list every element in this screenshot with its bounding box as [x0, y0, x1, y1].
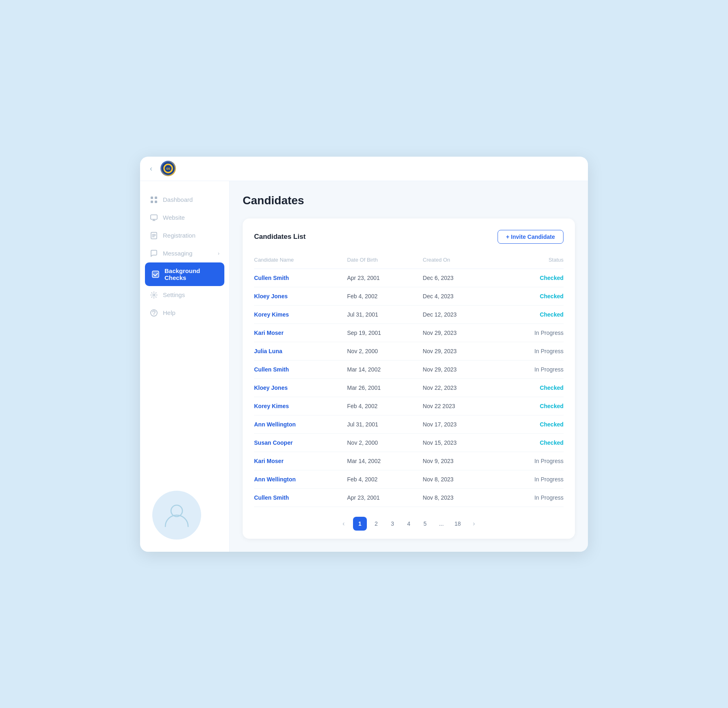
status-badge: Checked [540, 275, 564, 281]
table-row[interactable]: Kari MoserMar 14, 2002Nov 9, 2023In Prog… [254, 452, 564, 470]
status-badge: In Progress [534, 348, 564, 354]
svg-rect-6 [151, 201, 153, 203]
candidate-name[interactable]: Ann Wellington [254, 476, 296, 483]
page-4-button[interactable]: 4 [402, 517, 416, 531]
candidate-name[interactable]: Kloey Jones [254, 293, 287, 299]
candidate-name[interactable]: Julia Luna [254, 348, 282, 354]
status-badge: Checked [540, 311, 564, 318]
sidebar-item-registration[interactable]: Registration [140, 227, 229, 245]
candidate-name[interactable]: Susan Cooper [254, 439, 293, 446]
candidate-created-cell: Nov 22 2023 [423, 397, 498, 415]
candidate-name[interactable]: Kloey Jones [254, 385, 287, 391]
table-row[interactable]: Korey KimesFeb 4, 2002Nov 22 2023Checked [254, 397, 564, 415]
candidate-status-cell: Checked [498, 287, 564, 305]
table-row[interactable]: Korey KimesJul 31, 2001Dec 12, 2023Check… [254, 305, 564, 323]
status-badge: Checked [540, 403, 564, 409]
sidebar-item-dashboard-label: Dashboard [163, 196, 193, 203]
candidate-name[interactable]: Ann Wellington [254, 421, 296, 428]
svg-rect-5 [155, 197, 157, 199]
help-icon [150, 309, 158, 317]
candidate-name-cell: Korey Kimes [254, 397, 347, 415]
candidate-name-cell: Cullen Smith [254, 360, 347, 378]
pagination: ‹ 1 2 3 4 5 ... 18 › [254, 517, 564, 531]
candidate-name-cell: Korey Kimes [254, 305, 347, 323]
table-row[interactable]: Cullen SmithApr 23, 2001Dec 6, 2023Check… [254, 269, 564, 287]
checkbox-check-icon [151, 270, 160, 278]
candidate-dob-cell: Feb 4, 2002 [347, 397, 423, 415]
status-badge: Checked [540, 439, 564, 446]
sidebar-item-settings-label: Settings [163, 291, 185, 298]
sidebar-item-dashboard[interactable]: Dashboard [140, 191, 229, 209]
candidate-status-cell: In Progress [498, 470, 564, 488]
candidate-dob-cell: Feb 4, 2002 [347, 470, 423, 488]
candidate-dob-cell: Jul 31, 2001 [347, 305, 423, 323]
candidates-card: Candidates List + Invite Candidate Candi… [243, 219, 575, 539]
candidate-name-cell: Ann Wellington [254, 470, 347, 488]
org-logo: GS [160, 161, 176, 176]
candidate-name-cell: Cullen Smith [254, 269, 347, 287]
sidebar-item-help-label: Help [163, 309, 175, 316]
next-page-button[interactable]: › [467, 517, 481, 531]
sidebar-item-website-label: Website [163, 214, 185, 221]
table-row[interactable]: Ann WellingtonJul 31, 2001Nov 17, 2023Ch… [254, 415, 564, 433]
sidebar-item-messaging[interactable]: Messaging › [140, 245, 229, 262]
candidate-dob-cell: Jul 31, 2001 [347, 415, 423, 433]
candidate-created-cell: Dec 6, 2023 [423, 269, 498, 287]
table-row[interactable]: Cullen SmithApr 23, 2001Nov 8, 2023In Pr… [254, 488, 564, 507]
candidate-dob-cell: Nov 2, 2000 [347, 433, 423, 452]
candidate-dob-cell: Apr 23, 2001 [347, 269, 423, 287]
candidate-created-cell: Dec 4, 2023 [423, 287, 498, 305]
sidebar-item-settings[interactable]: Settings [140, 286, 229, 304]
grid-icon [150, 196, 158, 204]
table-row[interactable]: Kloey JonesMar 26, 2001Nov 22, 2023Check… [254, 378, 564, 397]
candidate-name[interactable]: Korey Kimes [254, 403, 289, 409]
candidate-name[interactable]: Cullen Smith [254, 275, 289, 281]
page-2-button[interactable]: 2 [369, 517, 383, 531]
sidebar-item-website[interactable]: Website [140, 209, 229, 227]
avatar-decoration [152, 491, 201, 540]
sidebar-item-help[interactable]: Help [140, 304, 229, 322]
table-row[interactable]: Ann WellingtonFeb 4, 2002Nov 8, 2023In P… [254, 470, 564, 488]
candidate-status-cell: In Progress [498, 488, 564, 507]
card-header: Candidates List + Invite Candidate [254, 230, 564, 244]
candidate-name[interactable]: Cullen Smith [254, 494, 289, 501]
page-3-button[interactable]: 3 [386, 517, 399, 531]
sidebar-item-background-checks-label: Background Checks [164, 267, 218, 281]
candidate-created-cell: Nov 17, 2023 [423, 415, 498, 433]
col-name: Candidate Name [254, 253, 347, 269]
page-1-button[interactable]: 1 [353, 517, 367, 531]
table-row[interactable]: Susan CooperNov 2, 2000Nov 15, 2023Check… [254, 433, 564, 452]
page-18-button[interactable]: 18 [451, 517, 465, 531]
prev-page-button[interactable]: ‹ [337, 517, 351, 531]
chevron-down-icon: › [218, 251, 219, 256]
logo-icon: GS [162, 162, 175, 175]
col-created: Created On [423, 253, 498, 269]
candidate-name[interactable]: Kari Moser [254, 458, 283, 464]
candidate-name-cell: Kloey Jones [254, 378, 347, 397]
candidate-dob-cell: Mar 14, 2002 [347, 360, 423, 378]
table-row[interactable]: Kari MoserSep 19, 2001Nov 29, 2023In Pro… [254, 323, 564, 342]
candidate-name-cell: Cullen Smith [254, 488, 347, 507]
sidebar-item-messaging-label: Messaging [163, 250, 193, 257]
candidate-name[interactable]: Korey Kimes [254, 311, 289, 318]
sidebar-item-background-checks[interactable]: Background Checks [145, 262, 224, 286]
invite-candidate-button[interactable]: + Invite Candidate [498, 230, 564, 244]
candidate-dob-cell: Sep 19, 2001 [347, 323, 423, 342]
candidate-status-cell: In Progress [498, 323, 564, 342]
back-button[interactable]: ‹ [150, 164, 152, 173]
table-header: Candidate Name Date Of Birth Created On … [254, 253, 564, 269]
candidate-status-cell: Checked [498, 433, 564, 452]
svg-rect-7 [155, 201, 157, 203]
status-badge: In Progress [534, 476, 564, 483]
candidate-created-cell: Nov 22, 2023 [423, 378, 498, 397]
page-title: Candidates [243, 194, 575, 207]
candidate-name[interactable]: Kari Moser [254, 330, 283, 336]
candidate-name[interactable]: Cullen Smith [254, 366, 289, 373]
page-5-button[interactable]: 5 [418, 517, 432, 531]
table-row[interactable]: Cullen SmithMar 14, 2002Nov 29, 2023In P… [254, 360, 564, 378]
candidate-created-cell: Nov 8, 2023 [423, 488, 498, 507]
table-row[interactable]: Julia LunaNov 2, 2000Nov 29, 2023In Prog… [254, 342, 564, 360]
candidate-status-cell: Checked [498, 305, 564, 323]
svg-rect-4 [151, 197, 153, 199]
table-row[interactable]: Kloey JonesFeb 4, 2002Dec 4, 2023Checked [254, 287, 564, 305]
